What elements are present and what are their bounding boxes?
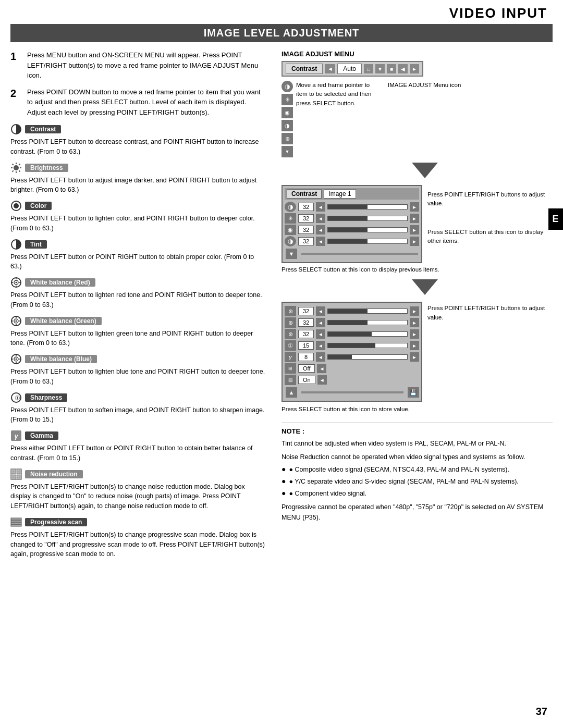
note-bullet-0: ● ● Composite video signal (SECAM, NTSC4…	[282, 464, 553, 475]
side-icon-arrow-down: ▼	[282, 146, 293, 157]
wb-blue-desc: Press POINT LEFT button to lighten blue …	[10, 367, 266, 387]
brightness-desc: Press POINT LEFT button to adjust image …	[10, 176, 266, 195]
side-icon-3: ◉	[282, 107, 293, 118]
svg-line-6	[13, 164, 14, 165]
menu-icon-6: ►	[410, 64, 419, 73]
menu-icon-4: ■	[387, 64, 396, 73]
svg-rect-40	[17, 475, 21, 479]
svg-point-15	[16, 282, 17, 283]
step-2-text: Press POINT DOWN button to move a red fr…	[27, 87, 266, 118]
page-title: VIDEO INPUT	[449, 5, 547, 21]
contrast-label: Contrast	[25, 125, 61, 133]
brightness-icon	[10, 162, 22, 174]
callout-5: Press POINT LEFT/RIGHT buttons to adjust…	[427, 304, 553, 322]
arrow-1	[297, 161, 553, 182]
side-icon-2: ✳	[282, 94, 293, 105]
svg-rect-37	[11, 469, 16, 474]
feature-tint: Tint Press POINT LEFT button or POINT RI…	[10, 239, 266, 272]
color-icon	[10, 200, 22, 212]
step-2: 2 Press POINT DOWN button to move a red …	[10, 87, 266, 118]
sharpness-label: Sharpness	[25, 393, 67, 402]
wb-blue-icon	[10, 353, 22, 365]
brightness-label: Brightness	[25, 164, 68, 172]
arrow-2	[297, 277, 553, 299]
tint-desc: Press POINT LEFT button or POINT RIGHT b…	[10, 252, 266, 272]
feature-wb-green: White balance (Green) Press POINT LEFT b…	[10, 315, 266, 349]
step-1-number: 1	[10, 50, 22, 81]
wb-red-desc: Press POINT LEFT button to lighten red t…	[10, 290, 266, 310]
svg-line-8	[19, 164, 20, 165]
top-menu-bar: Contrast ◄ Auto □ ▼ ■ ◀ ►	[282, 61, 423, 77]
tint-label: Tint	[25, 240, 47, 249]
e-tab: E	[548, 208, 563, 230]
wb-green-label: White balance (Green)	[25, 317, 102, 325]
feature-noise-reduction: Noise reduction Press POINT LEFT/RIGHT b…	[10, 468, 266, 511]
page-number: 37	[536, 706, 547, 718]
section-title: IMAGE LEVEL ADJUSTMENT	[10, 24, 553, 42]
callout-6: Press SELECT button at this icon to stor…	[282, 405, 553, 414]
nav-up-icon: ▲	[286, 387, 297, 398]
left-column: 1 Press MENU button and ON-SCREEN MENU w…	[10, 50, 266, 564]
detail-menu-value: Image 1	[324, 189, 356, 199]
callout-side: IMAGE ADJUST Menu icon	[388, 81, 461, 90]
note-bullet-1: ● ● Y/C separate video and S-video signa…	[282, 476, 553, 487]
svg-point-29	[16, 359, 17, 360]
noise-reduction-desc: Press POINT LEFT/RIGHT button(s) to chan…	[10, 482, 266, 511]
detail-row-0: ◑ 32 ◄ ►	[285, 202, 419, 212]
note-section: NOTE : Tint cannot be adjusted when vide…	[282, 423, 553, 523]
note-item-0: Tint cannot be adjusted when video syste…	[282, 438, 553, 449]
step-1-text: Press MENU button and ON-SCREEN MENU wil…	[27, 50, 266, 81]
progressive-scan-desc: Press POINT LEFT/RIGHT button(s) to chan…	[10, 530, 266, 559]
side-icon-4: ◑	[282, 120, 293, 131]
svg-text:①: ①	[15, 394, 20, 402]
wb-blue-label: White balance (Blue)	[25, 355, 97, 363]
feature-contrast: Contrast Press POINT LEFT button to decr…	[10, 124, 266, 157]
sharpness-icon: ①	[10, 392, 22, 403]
sharpness-desc: Press POINT LEFT button to soften image,…	[10, 405, 266, 425]
nav-store-icon: 💾	[408, 387, 419, 398]
detail-row-2: ◉ 32 ◄ ►	[285, 225, 419, 235]
feature-progressive-scan: Progressive scan Press POINT LEFT/RIGHT …	[10, 516, 266, 559]
feature-wb-blue: White balance (Blue) Press POINT LEFT bu…	[10, 353, 266, 387]
callout-2: Press POINT LEFT/RIGHT buttons to adjust…	[427, 190, 553, 245]
top-menu-value: Auto	[337, 64, 362, 74]
gamma-icon: γ	[10, 430, 22, 441]
progressive-scan-icon	[10, 516, 22, 528]
wb-green-desc: Press POINT LEFT button to lighten green…	[10, 329, 266, 349]
menu-icon-2: □	[364, 64, 373, 73]
svg-point-11	[14, 203, 19, 208]
page-header: VIDEO INPUT	[0, 0, 563, 24]
nav-down-icon: ▼	[286, 249, 297, 259]
feature-wb-red: White balance (Red) Press POINT LEFT but…	[10, 277, 266, 310]
svg-rect-38	[17, 469, 21, 474]
contrast-desc: Press POINT LEFT button to decrease cont…	[10, 137, 266, 157]
note-title: NOTE :	[282, 427, 553, 435]
side-icon-5: ⊛	[282, 133, 293, 144]
detail-row-1: ✳ 32 ◄ ►	[285, 213, 419, 224]
wb-red-label: White balance (Red)	[25, 278, 95, 287]
svg-point-1	[14, 165, 19, 170]
svg-line-7	[19, 170, 20, 171]
wb-red-icon	[10, 277, 22, 288]
menu-icon-3: ▼	[375, 64, 385, 73]
note-bullet-1-text: ● Y/C separate video and S-video signal …	[289, 476, 518, 487]
main-content: 1 Press MENU button and ON-SCREEN MENU w…	[0, 50, 563, 564]
noise-reduction-icon	[10, 468, 22, 480]
gamma-desc: Press either POINT LEFT button or POINT …	[10, 443, 266, 463]
svg-line-9	[13, 170, 14, 171]
note-bullet-2-text: ● Component video signal.	[289, 488, 366, 499]
callout-4: Press SELECT button at this icon to disp…	[282, 265, 553, 274]
detail-row-3: ◑ 32 ◄ ►	[285, 236, 419, 246]
note-bullet-2: ● ● Component video signal.	[282, 488, 553, 499]
step-2-number: 2	[10, 87, 22, 118]
menu-icon-5: ◀	[398, 64, 408, 73]
svg-rect-39	[11, 475, 16, 479]
top-menu-title: Contrast	[286, 64, 323, 74]
menu-icon-1: ◄	[325, 64, 335, 73]
progressive-scan-label: Progressive scan	[25, 518, 87, 526]
right-column: IMAGE ADJUST MENU Contrast ◄ Auto □ ▼ ■ …	[276, 50, 553, 564]
note-item-1: Noise Reduction cannot be operated when …	[282, 452, 553, 462]
detail-menu-2: ⊛ 32 ◄ ► ⊛ 32 ◄ ►	[282, 302, 422, 402]
step-1: 1 Press MENU button and ON-SCREEN MENU w…	[10, 50, 266, 81]
tint-icon	[10, 239, 22, 250]
